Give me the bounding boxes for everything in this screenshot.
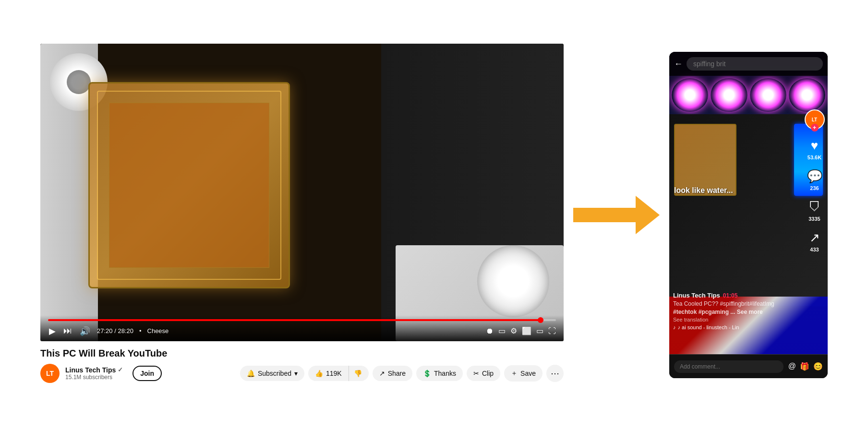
theater-button[interactable]: ▭: [536, 326, 543, 335]
tiktok-comment-input[interactable]: [674, 360, 784, 373]
tiktok-description: Tea Cooled PC?? #spiffingbrit#lifeatImg: [673, 300, 799, 307]
tiktok-comment-icon: 💬: [807, 169, 822, 184]
mute-button[interactable]: 🔊: [79, 325, 91, 337]
emoji-icon[interactable]: 😊: [813, 362, 823, 371]
tiktok-share-count: 433: [810, 247, 819, 252]
bell-icon: 🔔: [247, 370, 255, 377]
autoplay-button[interactable]: ⏺: [486, 327, 494, 335]
tiktok-channel-name-text[interactable]: Linus Tech Tips: [673, 292, 720, 299]
tiktok-see-translation[interactable]: See translation: [673, 317, 799, 322]
see-more-link[interactable]: See more: [737, 309, 763, 315]
thanks-button[interactable]: 💲 Thanks: [416, 366, 463, 381]
video-thumbnail: [40, 44, 564, 341]
directional-arrow: [573, 196, 660, 234]
video-player[interactable]: ▶ ⏭ 🔊 27:20 / 28:20 • Cheese ⏺ ▭ ⚙ ⬜: [40, 44, 564, 341]
youtube-section: ▶ ⏭ 🔊 27:20 / 28:20 • Cheese ⏺ ▭ ⚙ ⬜: [40, 44, 564, 387]
share-button[interactable]: ↗ Share: [373, 366, 412, 381]
at-icon[interactable]: @: [788, 362, 796, 371]
tiktok-back-button[interactable]: ←: [674, 59, 683, 69]
rgb-fan-3: [750, 78, 786, 112]
dislike-button[interactable]: 👎: [349, 366, 369, 381]
subscribed-label: Subscribed: [258, 370, 291, 377]
like-button[interactable]: 👍 119K: [308, 366, 349, 381]
play-button[interactable]: ▶: [48, 325, 57, 337]
total-time: 28:20: [118, 327, 133, 334]
tiktok-desc-text: Tea Cooled PC?? #spiffingbrit#lifeatImg: [673, 300, 774, 307]
tiktok-share-icon: ↗: [809, 230, 820, 245]
more-button[interactable]: ⋯: [546, 365, 564, 382]
save-label: Save: [520, 370, 536, 377]
tiktok-video-bg[interactable]: look like water... LT + ♥ 53.6K 💬 236 ⛉: [669, 52, 828, 354]
time-display: 27:20 / 28:20: [97, 327, 133, 334]
like-dislike-group: 👍 119K 👎: [308, 366, 369, 381]
clip-icon: ✂: [473, 370, 479, 377]
tiktok-sound-text: ♪ ai sound - linustech - Lin: [678, 324, 739, 330]
progress-fill: [48, 319, 543, 321]
verified-badge: ✓: [118, 366, 123, 373]
bell-subscribed-button[interactable]: 🔔 Subscribed ▾: [240, 366, 304, 381]
like-count: 119K: [326, 370, 342, 377]
channel-name-text[interactable]: Linus Tech Tips: [65, 366, 116, 374]
tiktok-save-count: 3335: [808, 216, 820, 222]
subtitles-button[interactable]: ▭: [498, 326, 506, 335]
comment-icons: @ 🎁 😊: [788, 362, 823, 371]
channel-avatar[interactable]: LT: [40, 364, 60, 383]
settings-button[interactable]: ⚙: [510, 326, 517, 335]
fullscreen-button[interactable]: ⛶: [548, 327, 556, 335]
gift-icon[interactable]: 🎁: [800, 362, 809, 371]
video-title: This PC Will Break YouTube: [40, 348, 564, 359]
tiktok-channel-name: Linus Tech Tips 01:05: [673, 292, 799, 299]
share-label: Share: [388, 370, 406, 377]
current-time: 27:20: [97, 327, 113, 334]
save-button[interactable]: ＋ Save: [504, 365, 542, 382]
channel-name-display: Linus Tech Tips ✓: [65, 366, 123, 374]
dropdown-icon: ▾: [294, 370, 298, 377]
tiktok-overlay-text: look like water...: [674, 186, 799, 195]
tiktok-channel-avatar[interactable]: LT +: [805, 109, 825, 130]
tiktok-bottom-info: Linus Tech Tips 01:05 Tea Cooled PC?? #s…: [673, 292, 799, 330]
tiktok-bookmark-icon: ⛉: [808, 200, 821, 215]
tiktok-like-action[interactable]: ♥ 53.6K: [808, 138, 821, 160]
tiktok-save-action[interactable]: ⛉ 3335: [808, 200, 821, 222]
clip-button[interactable]: ✂ Clip: [467, 366, 500, 381]
water-block: [88, 82, 290, 288]
action-buttons: 🔔 Subscribed ▾ 👍 119K 👎: [240, 365, 564, 382]
video-controls: ▶ ⏭ 🔊 27:20 / 28:20 • Cheese ⏺ ▭ ⚙ ⬜: [40, 315, 564, 341]
miniplayer-button[interactable]: ⬜: [522, 326, 531, 335]
tiktok-comment-action[interactable]: 💬 236: [807, 169, 822, 191]
tiktok-duration: 01:05: [723, 292, 738, 299]
arrow-head: [636, 196, 660, 234]
share-icon: ↗: [379, 370, 385, 377]
arrow-container: [564, 196, 669, 234]
tiktok-right-sidebar: LT + ♥ 53.6K 💬 236 ⛉ 3335 ↗ 433: [801, 100, 828, 330]
dot-separator: •: [139, 327, 142, 334]
tiktok-like-count: 53.6K: [808, 155, 821, 160]
join-button[interactable]: Join: [133, 366, 162, 381]
thanks-label: Thanks: [434, 370, 456, 377]
avatar-initials: LT: [46, 370, 54, 377]
save-icon: ＋: [511, 369, 518, 378]
tiktok-search-input[interactable]: [687, 57, 823, 71]
tiktok-water-block: [674, 124, 736, 196]
subscriber-count: 15.1M subscribers: [65, 374, 123, 381]
main-container: ▶ ⏭ 🔊 27:20 / 28:20 • Cheese ⏺ ▭ ⚙ ⬜: [0, 0, 868, 430]
arrow-body: [573, 208, 640, 222]
next-button[interactable]: ⏭: [62, 325, 73, 337]
tiktok-comment-bar: @ 🎁 😊: [669, 354, 828, 378]
follow-plus-icon: +: [811, 124, 819, 131]
tiktok-share-action[interactable]: ↗ 433: [809, 230, 820, 252]
tiktok-sound: ♪ ♪ ai sound - linustech - Lin: [673, 324, 799, 330]
tiktok-header: ←: [669, 52, 828, 76]
rgb-fan-2: [711, 78, 747, 112]
like-icon: 👍: [315, 370, 323, 377]
dislike-icon: 👎: [354, 370, 362, 377]
tiktok-see-more: #techtok #pcgaming ... See more: [673, 309, 799, 315]
channel-row: LT Linus Tech Tips ✓ 15.1M subscribers J…: [40, 364, 564, 383]
tiktok-comment-count: 236: [810, 185, 819, 191]
controls-row: ▶ ⏭ 🔊 27:20 / 28:20 • Cheese ⏺ ▭ ⚙ ⬜: [48, 325, 556, 337]
tiktok-hashtags: #techtok #pcgaming ...: [673, 309, 735, 315]
tiktok-heart-icon: ♥: [811, 138, 818, 153]
clip-label: Clip: [482, 370, 494, 377]
progress-dot: [538, 317, 543, 323]
progress-bar[interactable]: [48, 319, 556, 321]
